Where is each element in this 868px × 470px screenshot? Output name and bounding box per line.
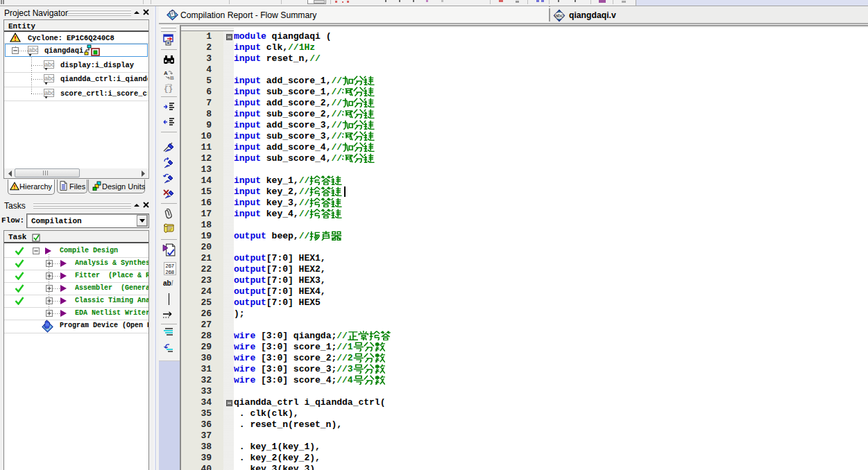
svg-text:abc: abc — [555, 12, 563, 19]
svg-text:{}: {} — [164, 85, 173, 94]
svg-text:A: A — [164, 70, 168, 76]
svg-text:B: B — [170, 75, 174, 81]
